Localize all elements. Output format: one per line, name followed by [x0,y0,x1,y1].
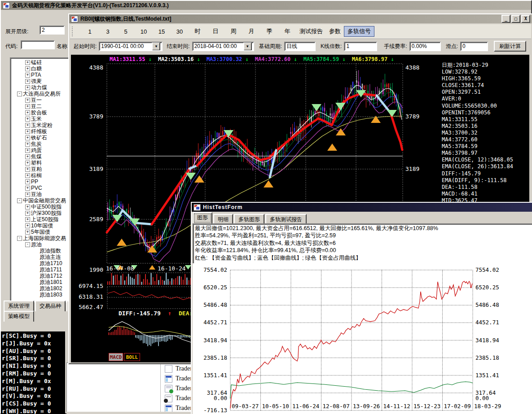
period-button-15[interactable]: 15 [153,28,171,35]
tree-item[interactable]: +玉米淀粉 [11,122,71,128]
expand-icon[interactable]: + [25,123,30,128]
tree-item[interactable]: 原油1801 [11,279,71,285]
chevron-down-icon[interactable]: ▼ [243,42,252,51]
base-period-input[interactable]: 日线 [284,42,316,51]
tree-item[interactable]: +PVC [11,185,71,191]
boll-button[interactable]: BOLL [124,353,140,361]
tree-item[interactable]: +塑料 [11,160,71,166]
tree-item[interactable]: +中证500股指 [11,204,71,210]
tree-item[interactable]: 原油1803 [11,292,71,298]
tree-item[interactable]: -原油 [11,241,71,248]
tree-item[interactable]: +焦煤 [11,153,71,160]
trader-list-item[interactable]: Trader [161,374,194,383]
tab-instruments[interactable]: 交易品种 [35,301,66,311]
tree-item[interactable]: -中国金融期货交易 [11,197,71,204]
expand-icon[interactable]: + [25,73,30,78]
expand-icon[interactable]: + [25,186,30,191]
chevron-down-icon[interactable]: ▼ [152,42,160,51]
expand-icon[interactable]: + [25,230,30,235]
tree-item[interactable]: +沪深300股指 [11,210,71,216]
period-button-时[interactable]: 时 [189,27,207,35]
expand-icon[interactable]: + [25,135,30,140]
period-button-月[interactable]: 月 [242,27,260,35]
tree-item[interactable]: +锰硅 [11,59,71,65]
hist-tab-图形[interactable]: 图形 [193,212,212,224]
collapse-icon[interactable]: - [17,92,22,96]
expand-icon[interactable]: + [25,98,30,103]
tree-item[interactable]: +上证50股指 [11,216,71,222]
expand-icon[interactable]: + [25,142,30,147]
period-button-10[interactable]: 10 [135,28,153,35]
instrument-tree[interactable]: +锰硅+白糖+PTA+强麦+动力煤-大连商品交易所+豆一+豆二+胶合板+玉米+玉… [10,57,72,302]
expand-icon[interactable]: + [25,205,30,209]
trader-list-item[interactable]: Trader [161,383,194,393]
tree-item[interactable]: +PP [11,179,71,185]
tab-strategy-model[interactable]: 策略模型 [4,311,34,322]
tree-item[interactable]: +PTA [11,72,71,78]
toolbar-button-测试报告[interactable]: 测试报告 [296,26,326,36]
trader-list[interactable]: TraderTraderTraderTraderTrader [161,364,194,413]
tree-item[interactable]: 原油指数 [11,248,71,254]
expand-icon[interactable]: + [25,167,30,172]
kline-titlebar[interactable]: RB0I[螺纹钢指数,日线,TestModel.txt] _ □ X [69,14,532,23]
tree-item[interactable]: +强麦 [11,78,71,84]
collapse-icon[interactable]: - [17,198,22,203]
refresh-button[interactable]: 刷新计算 [494,41,526,52]
expand-icon[interactable]: + [25,66,30,71]
expand-icon[interactable]: + [25,60,30,65]
tree-item[interactable]: +棕榈 [11,172,71,179]
tree-item[interactable]: 原油1711 [11,266,71,273]
tree-item[interactable]: 原油主连 [11,254,71,260]
main-titlebar[interactable]: 金码天锐期货程序化策略开发平台(V1.0)-(Test.20171206.V.0… [1,1,531,10]
tree-item[interactable]: +10年国债 [11,222,71,229]
expand-icon[interactable]: + [25,192,30,197]
period-button-年[interactable]: 年 [278,27,296,35]
tree-item[interactable]: +豆粕 [11,166,71,172]
tree-item[interactable]: +豆油 [11,191,71,197]
expand-icon[interactable]: + [25,79,30,84]
period-button-3[interactable]: 3 [99,28,117,35]
tree-item[interactable]: 原油1712 [11,273,71,279]
trader-list-item[interactable]: Trader [161,393,194,403]
tree-item[interactable]: -大连商品交易所 [11,91,71,97]
collapse-icon[interactable]: - [25,242,30,247]
expand-icon[interactable]: + [25,179,30,184]
maximize-button[interactable]: □ [511,15,520,23]
macd-button[interactable]: MACD [109,353,123,361]
tree-item[interactable]: +5年国债 [11,229,71,235]
tree-item[interactable]: +动力煤 [11,84,71,91]
trader-list-item[interactable]: Trader [161,364,194,374]
period-button-30[interactable]: 30 [171,28,189,35]
fee-rate-input[interactable]: 0.00% [409,42,441,51]
period-button-周[interactable]: 周 [224,27,242,35]
toolbar-button-多轨信号[interactable]: 多轨信号 [344,26,374,37]
period-button-1[interactable]: 1 [81,28,99,35]
expand-icon[interactable]: + [25,117,30,122]
tree-item[interactable]: +焦炭 [11,141,71,147]
tree-item[interactable]: 原油1710 [11,260,71,266]
tree-item[interactable]: +豆一 [11,97,71,103]
expand-icon[interactable]: + [25,129,30,134]
start-time-combo[interactable]: 1990-01-01 00:00 ▼ [99,42,163,51]
equity-chart[interactable]: 09-03-2710-05-1011-06-2412-08-0713-09-26… [193,263,532,414]
hist-titlebar[interactable]: HistTestForm [192,203,532,212]
expand-icon[interactable]: + [25,173,30,178]
tree-item[interactable]: +玉米 [11,116,71,122]
end-time-combo[interactable]: 2018-04-01 00:00 ▼ [192,42,254,51]
period-button-5[interactable]: 5 [117,28,135,35]
log-console[interactable]: r[SC].Busy = 0r[J].Busy = 0xr[AU].Busy =… [1,331,65,414]
k-multiple-input[interactable]: 1 [344,42,377,51]
expand-icon[interactable]: + [25,217,30,222]
toolbar-grip[interactable] [72,26,75,36]
expand-icon[interactable]: + [25,223,30,228]
period-button-日[interactable]: 日 [207,27,224,35]
tab-system-admin[interactable]: 系统管理 [4,301,34,311]
collapse-icon[interactable]: - [17,236,22,241]
expand-icon[interactable]: + [25,154,30,159]
tree-item[interactable]: +白糖 [11,65,71,72]
expand-level-input[interactable]: 2 [40,26,65,35]
toolbar-button-参数[interactable]: 参数 [326,26,344,36]
tree-item[interactable]: 原油1802 [11,285,71,292]
tree-item[interactable]: +铁矿石 [11,135,71,141]
expand-icon[interactable]: + [25,211,30,216]
